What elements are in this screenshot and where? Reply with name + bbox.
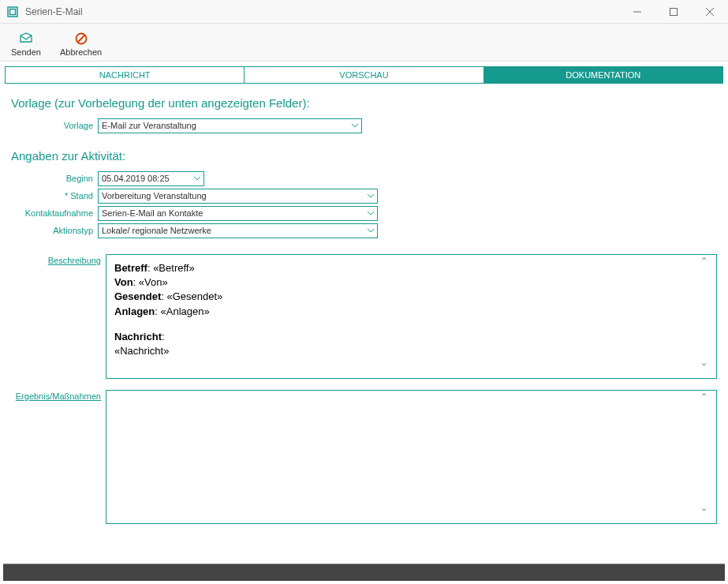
close-button[interactable]	[692, 0, 728, 24]
chevron-down-icon	[364, 207, 377, 220]
status-bar	[3, 563, 725, 581]
scroll-down-icon[interactable]: ˇ	[702, 365, 713, 373]
chevron-down-icon	[364, 189, 377, 203]
beschreibung-textarea[interactable]: Betreff: «Betreff» Von: «Von» Gesendet: …	[106, 254, 717, 379]
beginn-datetime[interactable]: 05.04.2019 08:25	[98, 171, 204, 186]
vorlage-value: E-Mail zur Veranstaltung	[102, 121, 196, 130]
send-icon	[19, 32, 33, 46]
stand-value: Vorbereitung Veranstaltung	[102, 191, 207, 200]
stand-dropdown[interactable]: Vorbereitung Veranstaltung	[98, 189, 378, 204]
tab-bar: NACHRICHT VORSCHAU DOKUMENTATION	[5, 66, 723, 84]
svg-rect-1	[10, 9, 16, 14]
cancel-label: Abbrechen	[60, 47, 102, 57]
app-icon	[6, 6, 19, 18]
chevron-down-icon	[348, 119, 361, 133]
toolbar: Senden Abbrechen	[0, 24, 728, 62]
tab-vorschau[interactable]: VORSCHAU	[245, 66, 483, 84]
aktionstyp-dropdown[interactable]: Lokale/ regionale Netzwerke	[98, 223, 378, 238]
send-button[interactable]: Senden	[8, 30, 44, 58]
beginn-value: 05.04.2019 08:25	[102, 174, 170, 183]
tab-dokumentation[interactable]: DOKUMENTATION	[484, 66, 723, 84]
tab-nachricht[interactable]: NACHRICHT	[5, 66, 245, 84]
activity-section-heading: Angaben zur Aktivität:	[11, 149, 717, 163]
aktionstyp-label: Aktionstyp	[11, 226, 98, 235]
kontakt-value: Serien-E-Mail an Kontakte	[102, 208, 203, 218]
svg-rect-3	[670, 8, 678, 15]
aktionstyp-value: Lokale/ regionale Netzwerke	[102, 226, 211, 235]
chevron-down-icon	[364, 224, 377, 238]
titlebar: Serien-E-Mail	[0, 0, 728, 24]
maximize-button[interactable]	[655, 0, 692, 24]
svg-line-7	[77, 35, 84, 42]
beschreibung-label[interactable]: Beschreibung	[11, 254, 106, 379]
scroll-up-icon[interactable]: ˆ	[702, 260, 713, 268]
kontakt-dropdown[interactable]: Serien-E-Mail an Kontakte	[98, 206, 378, 221]
scroll-up-icon[interactable]: ˆ	[702, 395, 713, 403]
serien-email-window: Serien-E-Mail Senden Abbrechen	[0, 0, 728, 584]
vorlage-dropdown[interactable]: E-Mail zur Veranstaltung	[98, 118, 362, 133]
content-area: Vorlage (zur Vorbelegung der unten angez…	[0, 84, 728, 560]
ergebnis-textarea[interactable]: ˆ ˇ	[106, 390, 717, 524]
scroll-down-icon[interactable]: ˇ	[702, 511, 713, 518]
cancel-icon	[74, 32, 88, 46]
cancel-button[interactable]: Abbrechen	[57, 30, 105, 58]
beginn-label: Beginn	[11, 174, 98, 183]
chevron-down-icon	[190, 172, 203, 185]
send-label: Senden	[11, 47, 41, 57]
template-section-heading: Vorlage (zur Vorbelegung der unten angez…	[11, 96, 717, 110]
ergebnis-label[interactable]: Ergebnis/Maßnahmen	[11, 390, 106, 524]
window-title: Serien-E-Mail	[25, 6, 619, 17]
stand-label: * Stand	[11, 191, 98, 200]
kontakt-label: Kontaktaufnahme	[11, 208, 98, 218]
vorlage-label: Vorlage	[11, 121, 98, 130]
minimize-button[interactable]	[619, 0, 655, 24]
